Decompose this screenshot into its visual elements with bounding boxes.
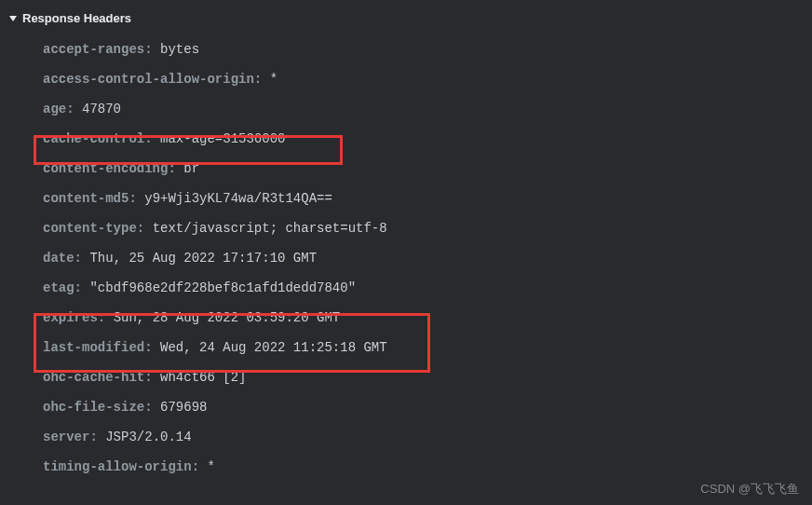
- header-row: ohc-file-size: 679698: [43, 392, 812, 422]
- header-name: age:: [43, 102, 74, 116]
- response-headers-toggle[interactable]: Response Headers: [0, 7, 812, 29]
- headers-list: accept-ranges: bytes access-control-allo…: [0, 29, 812, 482]
- header-value: Wed, 24 Aug 2022 11:25:18 GMT: [160, 340, 387, 355]
- header-name: timing-allow-origin:: [43, 459, 199, 474]
- header-row: timing-allow-origin: *: [43, 452, 812, 482]
- header-name: access-control-allow-origin:: [43, 72, 262, 87]
- header-row: content-encoding: br: [43, 154, 812, 184]
- header-name: date:: [43, 251, 82, 266]
- header-row: content-md5: y9+Wji3yKL74wa/R3t14QA==: [43, 184, 812, 213]
- response-headers-panel: Response Headers accept-ranges: bytes ac…: [0, 0, 812, 489]
- header-row: content-type: text/javascript; charset=u…: [43, 213, 812, 243]
- header-value: *: [207, 459, 214, 474]
- header-name: etag:: [43, 280, 82, 295]
- header-value: 679698: [160, 400, 207, 415]
- section-title: Response Headers: [22, 11, 131, 25]
- header-row: expires: Sun, 28 Aug 2022 03:59:20 GMT: [43, 303, 812, 333]
- header-value: Sun, 28 Aug 2022 03:59:20 GMT: [114, 310, 341, 325]
- header-row: access-control-allow-origin: *: [43, 64, 812, 94]
- header-name: ohc-file-size:: [43, 400, 153, 415]
- header-value: bytes: [160, 42, 199, 57]
- header-value: text/javascript; charset=utf-8: [153, 221, 387, 236]
- header-name: content-md5:: [43, 191, 137, 206]
- header-value: "cbdf968e2df228bef8c1afd1dedd7840": [89, 280, 356, 295]
- header-value: wh4ct66 [2]: [160, 370, 246, 385]
- header-value: JSP3/2.0.14: [105, 430, 191, 444]
- header-row: date: Thu, 25 Aug 2022 17:17:10 GMT: [43, 243, 812, 273]
- header-name: server:: [43, 430, 98, 444]
- header-name: cache-control:: [43, 131, 153, 146]
- header-name: accept-ranges:: [43, 42, 153, 57]
- header-name: last-modified:: [43, 340, 153, 355]
- header-row: age: 47870: [43, 94, 812, 124]
- header-value: y9+Wji3yKL74wa/R3t14QA==: [144, 191, 332, 206]
- header-name: expires:: [43, 310, 105, 325]
- header-value: *: [270, 72, 277, 87]
- header-value: 47870: [82, 102, 121, 116]
- header-row: etag: "cbdf968e2df228bef8c1afd1dedd7840": [43, 273, 812, 303]
- triangle-down-icon: [9, 16, 17, 21]
- header-row: cache-control: max-age=31536000: [43, 124, 812, 154]
- header-row: server: JSP3/2.0.14: [43, 422, 812, 452]
- header-value: br: [183, 161, 199, 176]
- header-value: Thu, 25 Aug 2022 17:17:10 GMT: [89, 251, 317, 266]
- header-name: content-type:: [43, 221, 144, 236]
- header-row: ohc-cache-hit: wh4ct66 [2]: [43, 362, 812, 392]
- header-name: content-encoding:: [43, 161, 176, 176]
- header-name: ohc-cache-hit:: [43, 370, 153, 385]
- header-row: accept-ranges: bytes: [43, 34, 812, 64]
- header-row: last-modified: Wed, 24 Aug 2022 11:25:18…: [43, 333, 812, 362]
- header-value: max-age=31536000: [160, 131, 285, 146]
